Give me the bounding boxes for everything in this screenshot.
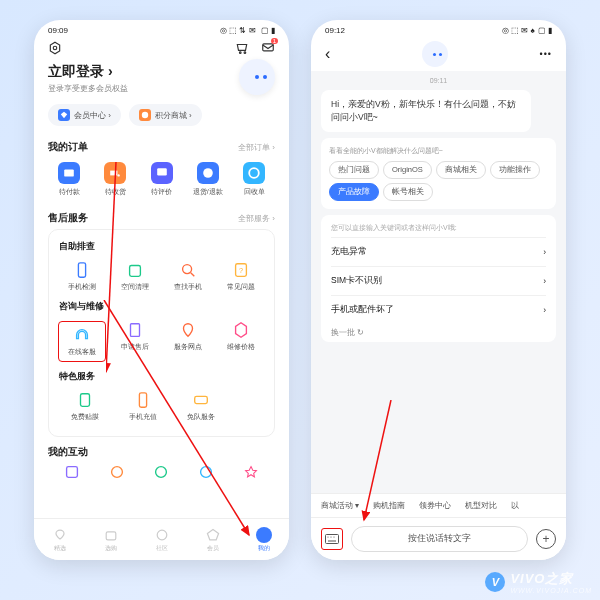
faq-sim[interactable]: SIM卡不识别›: [331, 266, 546, 295]
aftersale-more[interactable]: 全部服务 ›: [238, 213, 275, 224]
status-bar: 09:12 ◎ ⬚ ✉ ♠▢ ▮: [311, 20, 566, 37]
svg-rect-22: [195, 396, 208, 403]
more-icon[interactable]: •••: [540, 49, 552, 59]
item-apply-aftersale[interactable]: 申请售后: [111, 321, 159, 362]
faq-charging[interactable]: 充电异常›: [331, 237, 546, 266]
chevron-right-icon: ›: [543, 247, 546, 257]
item-phone-recharge[interactable]: 手机充值: [119, 391, 167, 422]
phone-screen-left: 09:09 ◎ ⬚ ⇅ ✉ ▢ ▮ 1 立即登录 › 登录享受更多: [34, 20, 289, 560]
watermark-brand: VIVO之家: [510, 570, 592, 588]
nav-featured[interactable]: 精选: [52, 527, 68, 553]
item-phone-check[interactable]: 手机检测: [58, 261, 106, 292]
svg-rect-14: [129, 266, 140, 277]
svg-rect-21: [139, 393, 146, 407]
svg-rect-10: [157, 168, 167, 175]
cart-icon[interactable]: [235, 41, 249, 57]
bottom-nav: 精选 选购 社区 会员 我的: [34, 518, 289, 560]
item-queue-free[interactable]: 免队服务: [177, 391, 225, 422]
tag-compare[interactable]: 机型对比: [465, 500, 497, 511]
svg-point-15: [183, 265, 192, 274]
category-hint: 看看全能的小V都能解决什么问题吧~: [329, 146, 548, 156]
chat-input-bar: 按住说话转文字 +: [311, 517, 566, 560]
watermark-logo-icon: V: [485, 572, 505, 592]
chat-header: ‹ •••: [311, 37, 566, 71]
aftersale-card: 自助排查 手机检测 空间清理 查找手机 ?常见问题 咨询与维修 在线客服 申请售…: [48, 229, 275, 437]
svg-point-1: [53, 46, 57, 50]
watermark: V VIVO之家 WWW.VIVOJIA.COM: [485, 570, 592, 594]
svg-point-6: [142, 112, 148, 118]
message-badge: 1: [271, 38, 278, 44]
svg-rect-4: [263, 44, 274, 51]
avatar[interactable]: [239, 59, 275, 95]
diamond-icon: [58, 109, 70, 121]
header: 1: [34, 37, 289, 61]
faq-broken[interactable]: 手机或配件坏了›: [331, 295, 546, 324]
item-free-film[interactable]: 免费贴膜: [61, 391, 109, 422]
order-refund[interactable]: 退货/退款: [187, 162, 229, 197]
keyboard-icon[interactable]: [321, 528, 343, 550]
back-icon[interactable]: ‹: [325, 45, 330, 63]
nav-shop[interactable]: 选购: [103, 527, 119, 553]
item-find-phone[interactable]: 查找手机: [164, 261, 212, 292]
chip-features[interactable]: 功能操作: [490, 161, 540, 179]
svg-line-16: [191, 273, 195, 277]
interact-5[interactable]: [228, 463, 273, 481]
tag-mall-activity[interactable]: 商城活动 ▾: [321, 500, 359, 511]
chip-hot[interactable]: 热门问题: [329, 161, 379, 179]
order-pending-pay[interactable]: 待付款: [48, 162, 90, 197]
faq-hint: 您可以直接输入关键词或者这样问小V哦:: [331, 219, 546, 237]
svg-rect-7: [64, 169, 74, 176]
order-pending-receive[interactable]: 待收货: [94, 162, 136, 197]
svg-point-25: [156, 467, 167, 478]
group-selfcheck-title: 自助排查: [59, 240, 264, 253]
voice-input-button[interactable]: 按住说话转文字: [351, 526, 528, 552]
svg-point-11: [203, 168, 213, 178]
nav-community[interactable]: 社区: [154, 527, 170, 553]
svg-marker-0: [50, 42, 59, 54]
tag-buy-guide[interactable]: 购机指南: [373, 500, 405, 511]
chevron-right-icon: ›: [543, 276, 546, 286]
order-recycle[interactable]: 回收单: [233, 162, 275, 197]
bot-avatar: [422, 41, 448, 67]
faq-list: 您可以直接输入关键词或者这样问小V哦: 充电异常› SIM卡不识别› 手机或配件…: [321, 215, 556, 342]
quick-tags: 商城活动 ▾ 购机指南 领券中心 机型对比 以: [311, 493, 566, 517]
svg-point-3: [244, 52, 246, 54]
interact-4[interactable]: [184, 463, 229, 481]
section-interact-title: 我的互动: [48, 445, 88, 459]
svg-rect-34: [326, 535, 339, 544]
order-pending-review[interactable]: 待评价: [141, 162, 183, 197]
interact-1[interactable]: [50, 463, 95, 481]
faq-refresh[interactable]: 换一批 ↻: [331, 324, 546, 338]
chip-originos[interactable]: OriginOS: [383, 161, 432, 179]
tag-coupon[interactable]: 领券中心: [419, 500, 451, 511]
interact-2[interactable]: [95, 463, 140, 481]
svg-rect-8: [110, 171, 117, 176]
svg-marker-29: [207, 529, 218, 539]
item-repair-price[interactable]: 维修价格: [217, 321, 265, 362]
orders-more[interactable]: 全部订单 ›: [238, 142, 275, 153]
chip-account[interactable]: 帐号相关: [383, 183, 433, 201]
watermark-url: WWW.VIVOJIA.COM: [510, 587, 592, 594]
chip-mall[interactable]: 商城相关: [436, 161, 486, 179]
item-online-support[interactable]: 在线客服: [58, 321, 106, 362]
group-consult-title: 咨询与维修: [59, 300, 264, 313]
item-faq[interactable]: ?常见问题: [217, 261, 265, 292]
login-block[interactable]: 立即登录 › 登录享受更多会员权益: [34, 61, 289, 100]
svg-point-9: [118, 174, 120, 176]
svg-rect-19: [130, 324, 139, 337]
orders-row: 待付款 待收货 待评价 退货/退款 回收单: [48, 158, 275, 205]
plus-icon[interactable]: +: [536, 529, 556, 549]
group-special-title: 特色服务: [59, 370, 264, 383]
item-service-points[interactable]: 服务网点: [164, 321, 212, 362]
pill-member-center[interactable]: 会员中心 ›: [48, 104, 121, 126]
message-icon[interactable]: 1: [261, 41, 275, 57]
settings-icon[interactable]: [48, 41, 62, 57]
nav-me[interactable]: 我的: [256, 527, 272, 553]
pill-points-mall[interactable]: 积分商城 ›: [129, 104, 202, 126]
chip-product-issue[interactable]: 产品故障: [329, 183, 379, 201]
interact-3[interactable]: [139, 463, 184, 481]
section-aftersale-title: 售后服务: [48, 211, 88, 225]
tag-more[interactable]: 以: [511, 500, 519, 511]
nav-member[interactable]: 会员: [205, 527, 221, 553]
item-storage-clean[interactable]: 空间清理: [111, 261, 159, 292]
